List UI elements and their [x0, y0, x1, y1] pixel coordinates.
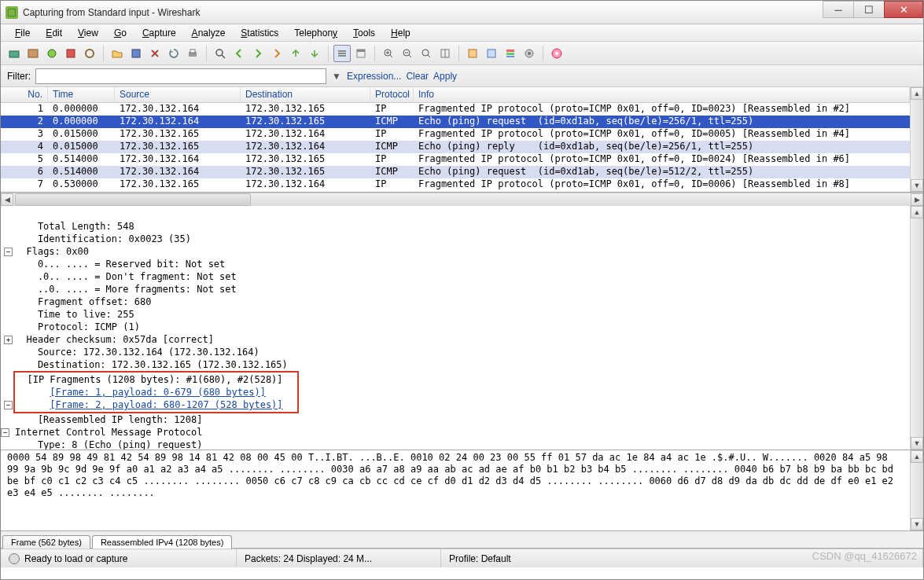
collapse-icon[interactable]: − — [1, 428, 9, 437]
filter-clear-link[interactable]: Clear — [406, 71, 429, 82]
bytes-tabs: Frame (562 bytes) Reassembled IPv4 (1208… — [1, 531, 923, 549]
detail-ip-fragments[interactable]: − [IP Fragments (1208 bytes): #1(680), #… — [15, 399, 299, 410]
svg-point-4 — [86, 50, 94, 57]
restart-capture-icon[interactable] — [81, 45, 98, 62]
help-icon[interactable] — [548, 45, 565, 62]
packet-row[interactable]: 40.015000172.30.132.165172.30.132.164ICM… — [1, 141, 910, 153]
find-icon[interactable] — [212, 45, 229, 62]
svg-rect-1 — [28, 50, 38, 57]
packet-details-pane[interactable]: Total Length: 548 Identification: 0x0023… — [1, 206, 910, 450]
menu-capture[interactable]: Capture — [136, 26, 182, 40]
packet-row[interactable]: 10.000000172.30.132.164172.30.132.165IPF… — [1, 103, 910, 116]
menu-view[interactable]: View — [72, 26, 105, 40]
details-scrollbar[interactable]: ▲▼ — [910, 206, 923, 450]
window-title: Capturing from Standard input - Wireshar… — [23, 7, 823, 18]
reload-icon[interactable] — [165, 45, 182, 62]
menu-tools[interactable]: Tools — [347, 26, 381, 40]
packet-list-scrollbar[interactable]: ▲▼ — [910, 87, 923, 192]
packet-row[interactable]: 70.530000172.30.132.165172.30.132.164IPF… — [1, 178, 910, 191]
print-icon[interactable] — [184, 45, 201, 62]
zoom-in-icon[interactable] — [380, 45, 397, 62]
hex-scrollbar[interactable]: ▲▼ — [910, 450, 923, 530]
col-source[interactable]: Source — [115, 87, 241, 102]
status-profile: Profile: Default — [449, 553, 511, 564]
col-destination[interactable]: Destination — [241, 87, 370, 102]
menu-help[interactable]: Help — [385, 26, 417, 40]
svg-rect-10 — [338, 53, 346, 54]
svg-point-16 — [422, 50, 429, 56]
forward-icon[interactable] — [249, 45, 267, 62]
filter-input[interactable] — [35, 68, 326, 84]
coloring-rules-icon[interactable] — [502, 45, 519, 62]
collapse-icon[interactable]: − — [4, 401, 13, 409]
options-icon[interactable] — [24, 45, 42, 62]
svg-rect-3 — [67, 50, 75, 57]
tab-frame[interactable]: Frame (562 bytes) — [2, 535, 90, 549]
col-info[interactable]: Info — [414, 87, 910, 102]
save-file-icon[interactable] — [127, 45, 145, 62]
goto-first-icon[interactable] — [287, 45, 304, 62]
svg-point-2 — [48, 50, 56, 57]
main-toolbar — [1, 42, 923, 65]
resize-columns-icon[interactable] — [436, 45, 454, 62]
fragment-link-1[interactable]: [Frame: 1, payload: 0-679 (680 bytes)] — [50, 387, 266, 398]
svg-point-8 — [216, 50, 223, 56]
packet-row[interactable]: 20.000000172.30.132.164172.30.132.165ICM… — [1, 116, 910, 128]
menu-statistics[interactable]: Statistics — [234, 26, 285, 40]
open-file-icon[interactable] — [109, 45, 126, 62]
detail-flags[interactable]: − Flags: 0x00 — [15, 246, 89, 257]
expand-icon[interactable]: + — [4, 336, 13, 344]
col-no[interactable]: No. — [1, 87, 48, 102]
status-bar: Ready to load or capture Packets: 24 Dis… — [1, 549, 923, 567]
detail-checksum[interactable]: + Header checksum: 0x57da [correct] — [15, 334, 214, 345]
filter-apply-link[interactable]: Apply — [433, 71, 457, 82]
svg-rect-21 — [506, 53, 514, 55]
zoom-out-icon[interactable] — [399, 45, 416, 62]
collapse-icon[interactable]: − — [4, 248, 13, 256]
detail-flag-reserved: 0... .... = Reserved bit: Not set — [15, 259, 225, 270]
maximize-button[interactable]: ☐ — [853, 1, 885, 18]
capture-filters-icon[interactable] — [464, 45, 481, 62]
menu-analyze[interactable]: Analyze — [186, 26, 232, 40]
menu-go[interactable]: Go — [108, 26, 133, 40]
packet-list-pane: No. Time Source Destination Protocol Inf… — [1, 87, 923, 193]
app-icon — [6, 6, 18, 19]
svg-rect-13 — [357, 50, 365, 52]
filter-expression-link[interactable]: Expression... — [347, 71, 401, 82]
zoom-reset-icon[interactable] — [418, 45, 435, 62]
detail-icmp[interactable]: −Internet Control Message Protocol — [15, 427, 202, 438]
detail-total-length: Total Length: 548 — [15, 221, 134, 232]
interfaces-icon[interactable] — [6, 45, 23, 62]
start-capture-icon[interactable] — [43, 45, 61, 62]
preferences-icon[interactable] — [521, 45, 538, 62]
menu-telephony[interactable]: Telephony — [288, 26, 344, 40]
tab-reassembled[interactable]: Reassembled IPv4 (1208 bytes) — [92, 535, 233, 549]
detail-flag-morefrag: ..0. .... = More fragments: Not set — [15, 284, 237, 295]
packet-bytes-pane[interactable]: 0000 54 89 98 49 81 42 54 89 98 14 81 42… — [1, 450, 910, 530]
packet-row[interactable]: 50.514000172.30.132.164172.30.132.165IPF… — [1, 153, 910, 166]
fragment-link-2[interactable]: [Frame: 2, payload: 680-1207 (528 bytes)… — [50, 399, 282, 410]
close-file-icon[interactable] — [146, 45, 164, 62]
display-filters-icon[interactable] — [483, 45, 500, 62]
packet-row[interactable]: 30.015000172.30.132.165172.30.132.164IPF… — [1, 128, 910, 141]
filter-dropdown-icon[interactable]: ▼ — [331, 71, 342, 82]
col-protocol[interactable]: Protocol — [370, 87, 414, 102]
minimize-button[interactable]: ─ — [823, 1, 854, 18]
packet-row[interactable]: 60.514000172.30.132.164172.30.132.165ICM… — [1, 166, 910, 178]
col-time[interactable]: Time — [48, 87, 115, 102]
stop-capture-icon[interactable] — [62, 45, 79, 62]
colorize-icon[interactable] — [333, 45, 351, 62]
detail-icmp-type: Type: 8 (Echo (ping) request) — [15, 439, 202, 450]
packet-list-hscroll[interactable]: ◀▶ — [1, 193, 923, 206]
menu-file[interactable]: File — [9, 26, 36, 40]
menu-edit[interactable]: Edit — [39, 26, 68, 40]
title-bar: Capturing from Standard input - Wireshar… — [1, 1, 923, 24]
jump-icon[interactable] — [268, 45, 285, 62]
detail-ttl: Time to live: 255 — [15, 309, 134, 320]
goto-last-icon[interactable] — [306, 45, 323, 62]
autoscroll-icon[interactable] — [352, 45, 370, 62]
detail-protocol: Protocol: ICMP (1) — [15, 321, 140, 332]
close-button[interactable]: ✕ — [884, 1, 923, 18]
back-icon[interactable] — [230, 45, 248, 62]
detail-frag-offset: Fragment offset: 680 — [15, 296, 151, 307]
